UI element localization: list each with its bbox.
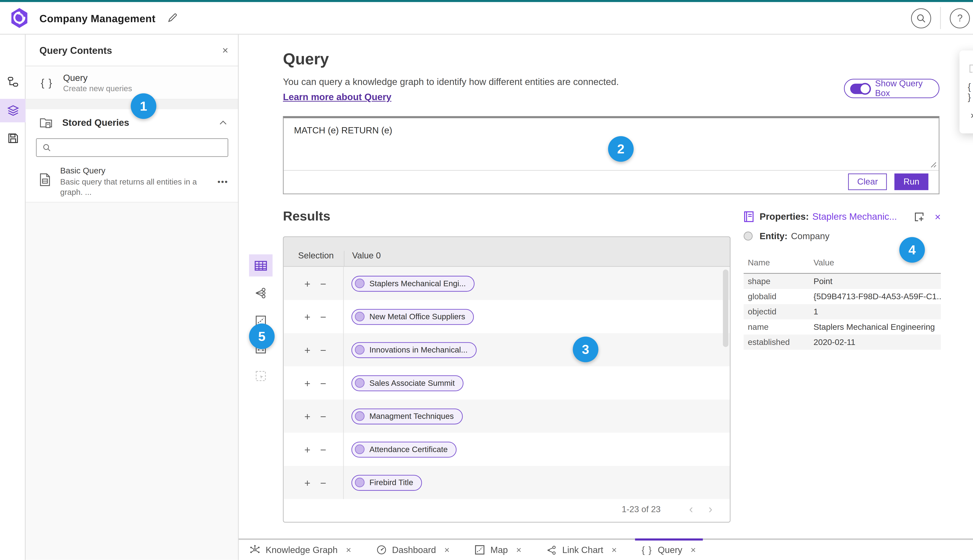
entity-pill[interactable]: New Metal Office Suppliers [351,308,474,325]
remove-from-selection-button[interactable]: − [320,344,326,356]
share-graph-icon [254,288,267,299]
remove-from-selection-button[interactable]: − [320,477,326,488]
menu-item-add-selection-to[interactable]: Add Selection To [960,57,973,80]
chevron-up-icon[interactable] [219,120,227,125]
selection-view-button[interactable] [249,365,273,387]
property-row[interactable]: shape Point [744,274,941,289]
toggle-label: Show Query Box [875,79,939,98]
results-table: Selection Value 0 +− Staplers Mechanical… [283,237,731,523]
stored-query-description: Basic query that returns all entities in… [60,177,217,198]
link-chart-icon [546,545,557,555]
menu-item-collapse[interactable]: » Collapse [960,103,973,126]
entity-pill[interactable]: Managment Techniques [351,408,463,424]
tab-dashboard[interactable]: Dashboard × [376,540,450,560]
query-contents-item-query[interactable]: { } Query Create new queries [26,66,238,100]
left-rail: » [0,35,26,560]
knowledge-studio-logo-icon [10,8,29,28]
app-header: Company Management ? KS Knowledge Studio… [0,2,973,35]
tab-link-chart[interactable]: Link Chart × [546,540,617,560]
tab-query[interactable]: { } Query × [642,540,696,560]
table-row[interactable]: +− Firebird Title [284,466,730,499]
tab-knowledge-graph[interactable]: Knowledge Graph × [250,540,351,560]
entity-pill[interactable]: Attendance Certificate [351,442,457,457]
stored-query-item[interactable]: Basic Query Basic query that returns all… [26,165,238,202]
entity-pill[interactable]: Innovations in Mechanical... [351,342,476,358]
link-chart-view-button[interactable] [249,282,273,304]
properties-header: Properties: Staplers Mechanic... × [744,211,941,222]
add-to-selection-button[interactable]: + [304,443,310,455]
add-to-selection-button[interactable]: + [304,377,310,389]
close-tab-icon[interactable]: × [690,545,696,555]
close-properties-icon[interactable]: × [935,211,941,222]
entity-dot-icon [355,478,364,487]
table-row[interactable]: +− Attendance Certificate [284,433,730,466]
add-to-selection-button[interactable]: + [304,410,310,422]
dashed-select-icon [255,370,266,382]
add-to-selection-button[interactable]: + [304,277,310,289]
help-icon[interactable]: ? [950,8,970,28]
clear-button[interactable]: Clear [848,173,887,190]
search-icon[interactable] [911,8,931,28]
panel-header: Query Contents × [26,35,238,67]
close-tab-icon[interactable]: × [612,545,617,555]
braces-icon: { } [968,81,973,102]
close-tab-icon[interactable]: × [516,545,522,555]
entity-pill[interactable]: Sales Associate Summit [351,375,464,391]
search-icon [42,143,51,152]
remove-from-selection-button[interactable]: − [320,311,326,322]
learn-more-link[interactable]: Learn more about Query [283,92,391,102]
property-row[interactable]: objectid 1 [744,304,941,319]
entity-pill[interactable]: Staplers Mechanical Engi... [351,275,475,292]
remove-from-selection-button[interactable]: − [320,377,326,389]
properties-entity-link[interactable]: Staplers Mechanic... [812,212,897,222]
remove-from-selection-button[interactable]: − [320,277,326,289]
table-row[interactable]: +− Staplers Mechanical Engi... [284,267,730,300]
braces-icon: { } [642,545,652,555]
stored-queries-search[interactable] [36,138,228,157]
results-pagination: 1-23 of 23 ‹ › [622,497,720,522]
next-page-icon[interactable]: › [701,502,720,516]
tab-map[interactable]: Map × [475,540,522,560]
table-row[interactable]: +− Innovations in Mechanical... [284,333,730,366]
property-row[interactable]: established 2020-02-11 [744,335,941,350]
property-row[interactable]: name Staplers Mechanical Engineering [744,319,941,335]
property-row[interactable]: globalid {5D9B4713-F98D-4A53-A59F-C1... [744,289,941,304]
stored-queries-header[interactable]: Stored Queries [26,109,238,135]
remove-from-selection-button[interactable]: − [320,410,326,422]
annotation-badge-2: 2 [608,136,634,162]
add-to-selection-button[interactable]: + [304,311,310,322]
prev-page-icon[interactable]: ‹ [681,502,701,516]
view-tab-bar: Knowledge Graph × Dashboard × Map × Link… [239,538,973,560]
table-view-button[interactable] [249,254,273,277]
query-textarea[interactable]: MATCH (e) RETURN (e) [294,125,392,135]
menu-item-store-as-new-query[interactable]: { } Store as New Query [960,80,973,103]
close-panel-icon[interactable]: × [222,45,228,55]
query-box-divider [284,170,939,171]
add-to-selection-button[interactable]: + [304,344,310,356]
layers-rail-button[interactable] [0,99,26,122]
resize-handle[interactable] [929,160,936,168]
add-to-selection-button[interactable]: + [304,477,310,488]
entity-pill[interactable]: Firebird Title [351,475,422,490]
run-button[interactable]: Run [894,173,928,190]
page-title: Company Management [40,12,155,24]
table-scrollbar[interactable] [723,270,728,347]
dashboard-gauge-icon [376,545,386,555]
close-tab-icon[interactable]: × [346,545,351,555]
save-rail-button[interactable] [0,127,26,150]
item-options-icon[interactable]: ••• [217,177,228,202]
entity-dot-icon [355,411,364,421]
add-selection-icon[interactable] [914,211,925,222]
column-header-selection: Selection [284,251,344,266]
table-row[interactable]: +− Managment Techniques [284,400,730,433]
annotation-badge-5: 5 [249,323,275,349]
edit-title-icon[interactable] [167,12,178,23]
data-model-rail-button[interactable] [0,70,26,93]
show-query-box-toggle[interactable]: Show Query Box [844,79,940,98]
table-row[interactable]: +− Sales Associate Summit [284,366,730,400]
query-description: You can query a knowledge graph to ident… [283,77,619,87]
table-row[interactable]: +− New Metal Office Suppliers [284,300,730,333]
remove-from-selection-button[interactable]: − [320,443,326,455]
close-tab-icon[interactable]: × [444,545,450,555]
search-input[interactable] [55,142,227,153]
